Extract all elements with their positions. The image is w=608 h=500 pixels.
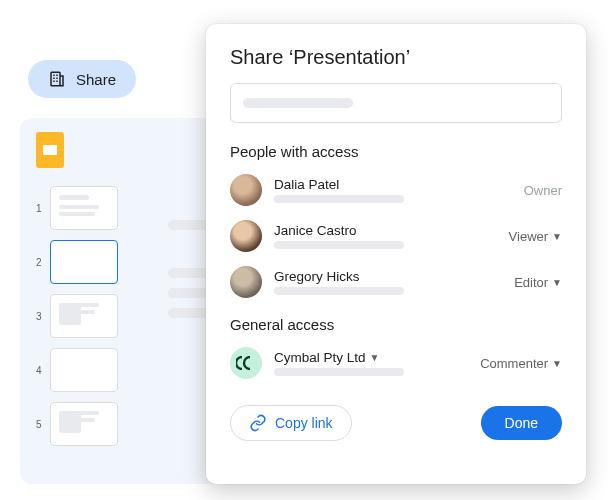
org-info: Cymbal Pty Ltd ▼ <box>274 350 468 376</box>
building-icon <box>48 70 66 88</box>
copy-link-button[interactable]: Copy link <box>230 405 352 441</box>
person-email-skeleton <box>274 241 404 249</box>
chevron-down-icon: ▼ <box>552 358 562 369</box>
org-avatar <box>230 347 262 379</box>
chevron-down-icon[interactable]: ▼ <box>370 352 380 363</box>
role-dropdown[interactable]: Viewer ▼ <box>509 229 562 244</box>
cymbal-logo-icon <box>236 356 256 370</box>
avatar <box>230 220 262 252</box>
org-name: Cymbal Pty Ltd <box>274 350 366 365</box>
person-name: Gregory Hicks <box>274 269 502 284</box>
person-email-skeleton <box>274 287 404 295</box>
person-info: Dalia Patel <box>274 177 512 203</box>
person-name: Dalia Patel <box>274 177 512 192</box>
person-name: Janice Castro <box>274 223 497 238</box>
link-icon <box>249 414 267 432</box>
dialog-title: Share ‘Presentation’ <box>230 46 562 69</box>
org-desc-skeleton <box>274 368 404 376</box>
person-row[interactable]: Gregory Hicks Editor ▼ <box>230 262 562 308</box>
dialog-actions: Copy link Done <box>230 405 562 441</box>
role-dropdown[interactable]: Commenter ▼ <box>480 356 562 371</box>
avatar <box>230 174 262 206</box>
person-row[interactable]: Dalia Patel Owner <box>230 170 562 216</box>
person-info: Janice Castro <box>274 223 497 249</box>
chevron-down-icon: ▼ <box>552 231 562 242</box>
add-people-input[interactable] <box>230 83 562 123</box>
share-dialog: Share ‘Presentation’ People with access … <box>206 24 586 484</box>
general-access-heading: General access <box>230 316 562 333</box>
done-button[interactable]: Done <box>481 406 562 440</box>
avatar <box>230 266 262 298</box>
copy-link-label: Copy link <box>275 415 333 431</box>
people-with-access-heading: People with access <box>230 143 562 160</box>
person-row[interactable]: Janice Castro Viewer ▼ <box>230 216 562 262</box>
person-info: Gregory Hicks <box>274 269 502 295</box>
general-access-row[interactable]: Cymbal Pty Ltd ▼ Commenter ▼ <box>230 343 562 389</box>
chevron-down-icon: ▼ <box>552 277 562 288</box>
share-chip-label: Share <box>76 71 116 88</box>
svg-rect-0 <box>51 72 60 86</box>
input-placeholder-skeleton <box>243 98 353 108</box>
role-label: Owner <box>524 183 562 198</box>
person-email-skeleton <box>274 195 404 203</box>
role-dropdown[interactable]: Editor ▼ <box>514 275 562 290</box>
share-chip[interactable]: Share <box>28 60 136 98</box>
slides-logo-icon <box>36 132 64 168</box>
